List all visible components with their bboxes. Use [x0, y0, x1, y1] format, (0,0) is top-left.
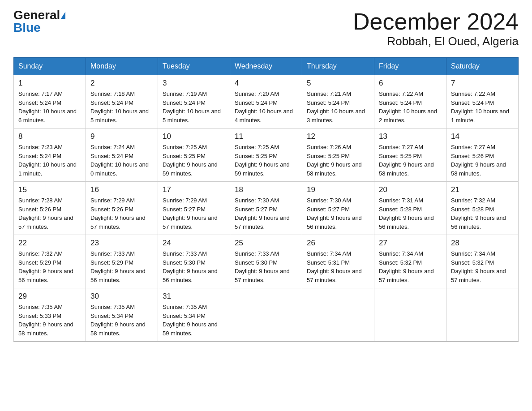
column-header-friday: Friday [374, 58, 446, 75]
calendar-cell: 17Sunrise: 7:29 AMSunset: 5:27 PMDayligh… [158, 182, 230, 235]
calendar-cell: 24Sunrise: 7:33 AMSunset: 5:30 PMDayligh… [158, 235, 230, 288]
logo-triangle-icon [61, 12, 65, 19]
calendar-cell [302, 288, 374, 342]
day-number: 28 [451, 239, 514, 248]
day-number: 27 [379, 239, 442, 248]
day-number: 17 [163, 185, 225, 194]
calendar-cell: 25Sunrise: 7:33 AMSunset: 5:30 PMDayligh… [230, 235, 302, 288]
calendar-cell: 12Sunrise: 7:26 AMSunset: 5:25 PMDayligh… [302, 128, 374, 182]
calendar-cell [230, 288, 302, 342]
logo-blue-text: Blue [13, 21, 41, 34]
calendar-cell: 22Sunrise: 7:32 AMSunset: 5:29 PMDayligh… [14, 235, 86, 288]
day-info: Sunrise: 7:30 AMSunset: 5:27 PMDaylight:… [307, 196, 369, 231]
day-info: Sunrise: 7:25 AMSunset: 5:25 PMDaylight:… [163, 143, 225, 178]
calendar-cell: 14Sunrise: 7:27 AMSunset: 5:26 PMDayligh… [446, 128, 519, 182]
calendar-header-row: SundayMondayTuesdayWednesdayThursdayFrid… [14, 58, 519, 75]
day-number: 8 [18, 132, 81, 141]
column-header-saturday: Saturday [446, 58, 519, 75]
day-number: 11 [235, 132, 297, 141]
column-header-monday: Monday [86, 58, 158, 75]
day-info: Sunrise: 7:33 AMSunset: 5:29 PMDaylight:… [90, 249, 153, 284]
day-info: Sunrise: 7:31 AMSunset: 5:28 PMDaylight:… [379, 196, 442, 231]
day-number: 16 [90, 185, 153, 194]
calendar-cell: 4Sunrise: 7:20 AMSunset: 5:24 PMDaylight… [230, 75, 302, 128]
day-number: 15 [18, 185, 81, 194]
day-info: Sunrise: 7:29 AMSunset: 5:27 PMDaylight:… [163, 196, 225, 231]
calendar-cell: 9Sunrise: 7:24 AMSunset: 5:24 PMDaylight… [86, 128, 158, 182]
calendar-cell: 27Sunrise: 7:34 AMSunset: 5:32 PMDayligh… [374, 235, 446, 288]
calendar-cell: 26Sunrise: 7:34 AMSunset: 5:31 PMDayligh… [302, 235, 374, 288]
calendar-cell: 11Sunrise: 7:25 AMSunset: 5:25 PMDayligh… [230, 128, 302, 182]
calendar-cell: 15Sunrise: 7:28 AMSunset: 5:26 PMDayligh… [14, 182, 86, 235]
location-title: Robbah, El Oued, Algeria [353, 34, 519, 48]
column-header-thursday: Thursday [302, 58, 374, 75]
calendar-cell: 28Sunrise: 7:34 AMSunset: 5:32 PMDayligh… [446, 235, 519, 288]
calendar-cell: 3Sunrise: 7:19 AMSunset: 5:24 PMDaylight… [158, 75, 230, 128]
day-info: Sunrise: 7:34 AMSunset: 5:31 PMDaylight:… [307, 249, 369, 284]
calendar-week-row: 8Sunrise: 7:23 AMSunset: 5:24 PMDaylight… [14, 128, 519, 182]
day-info: Sunrise: 7:18 AMSunset: 5:24 PMDaylight:… [90, 90, 153, 124]
day-info: Sunrise: 7:21 AMSunset: 5:24 PMDaylight:… [307, 90, 369, 124]
calendar-cell: 8Sunrise: 7:23 AMSunset: 5:24 PMDaylight… [14, 128, 86, 182]
calendar-cell: 13Sunrise: 7:27 AMSunset: 5:25 PMDayligh… [374, 128, 446, 182]
day-info: Sunrise: 7:27 AMSunset: 5:25 PMDaylight:… [379, 143, 442, 178]
day-number: 7 [451, 79, 514, 88]
day-info: Sunrise: 7:26 AMSunset: 5:25 PMDaylight:… [307, 143, 369, 178]
calendar-cell: 5Sunrise: 7:21 AMSunset: 5:24 PMDaylight… [302, 75, 374, 128]
calendar-cell: 16Sunrise: 7:29 AMSunset: 5:26 PMDayligh… [86, 182, 158, 235]
logo-general-text: General [13, 9, 60, 21]
day-info: Sunrise: 7:34 AMSunset: 5:32 PMDaylight:… [451, 249, 514, 284]
day-number: 19 [307, 185, 369, 194]
calendar-cell [446, 288, 519, 342]
column-header-wednesday: Wednesday [230, 58, 302, 75]
calendar-cell: 10Sunrise: 7:25 AMSunset: 5:25 PMDayligh… [158, 128, 230, 182]
day-number: 29 [18, 292, 81, 301]
title-block: December 2024 Robbah, El Oued, Algeria [353, 9, 519, 48]
calendar-cell: 18Sunrise: 7:30 AMSunset: 5:27 PMDayligh… [230, 182, 302, 235]
day-number: 3 [163, 79, 225, 88]
day-info: Sunrise: 7:35 AMSunset: 5:34 PMDaylight:… [163, 303, 225, 338]
day-info: Sunrise: 7:20 AMSunset: 5:24 PMDaylight:… [235, 90, 297, 124]
calendar-cell: 6Sunrise: 7:22 AMSunset: 5:24 PMDaylight… [374, 75, 446, 128]
day-info: Sunrise: 7:35 AMSunset: 5:33 PMDaylight:… [18, 303, 81, 338]
day-number: 26 [307, 239, 369, 248]
day-info: Sunrise: 7:29 AMSunset: 5:26 PMDaylight:… [90, 196, 153, 231]
calendar-week-row: 15Sunrise: 7:28 AMSunset: 5:26 PMDayligh… [14, 182, 519, 235]
day-number: 9 [90, 132, 153, 141]
day-info: Sunrise: 7:27 AMSunset: 5:26 PMDaylight:… [451, 143, 514, 178]
day-info: Sunrise: 7:33 AMSunset: 5:30 PMDaylight:… [163, 249, 225, 284]
day-number: 1 [18, 79, 81, 88]
day-number: 25 [235, 239, 297, 248]
day-info: Sunrise: 7:28 AMSunset: 5:26 PMDaylight:… [18, 196, 81, 231]
day-info: Sunrise: 7:22 AMSunset: 5:24 PMDaylight:… [451, 90, 514, 124]
day-number: 18 [235, 185, 297, 194]
day-number: 20 [379, 185, 442, 194]
day-number: 12 [307, 132, 369, 141]
day-number: 4 [235, 79, 297, 88]
day-number: 31 [163, 292, 225, 301]
day-number: 5 [307, 79, 369, 88]
day-info: Sunrise: 7:19 AMSunset: 5:24 PMDaylight:… [163, 90, 225, 124]
day-number: 2 [90, 79, 153, 88]
calendar-cell: 19Sunrise: 7:30 AMSunset: 5:27 PMDayligh… [302, 182, 374, 235]
calendar-table: SundayMondayTuesdayWednesdayThursdayFrid… [13, 57, 519, 342]
calendar-week-row: 22Sunrise: 7:32 AMSunset: 5:29 PMDayligh… [14, 235, 519, 288]
day-number: 10 [163, 132, 225, 141]
day-info: Sunrise: 7:24 AMSunset: 5:24 PMDaylight:… [90, 143, 153, 178]
day-number: 6 [379, 79, 442, 88]
calendar-cell: 31Sunrise: 7:35 AMSunset: 5:34 PMDayligh… [158, 288, 230, 342]
calendar-cell: 7Sunrise: 7:22 AMSunset: 5:24 PMDaylight… [446, 75, 519, 128]
page-header: General Blue December 2024 Robbah, El Ou… [13, 9, 519, 48]
day-info: Sunrise: 7:34 AMSunset: 5:32 PMDaylight:… [379, 249, 442, 284]
calendar-cell [374, 288, 446, 342]
day-info: Sunrise: 7:32 AMSunset: 5:29 PMDaylight:… [18, 249, 81, 284]
calendar-cell: 23Sunrise: 7:33 AMSunset: 5:29 PMDayligh… [86, 235, 158, 288]
calendar-cell: 21Sunrise: 7:32 AMSunset: 5:28 PMDayligh… [446, 182, 519, 235]
day-info: Sunrise: 7:33 AMSunset: 5:30 PMDaylight:… [235, 249, 297, 284]
calendar-cell: 30Sunrise: 7:35 AMSunset: 5:34 PMDayligh… [86, 288, 158, 342]
logo: General Blue [13, 9, 65, 34]
column-header-sunday: Sunday [14, 58, 86, 75]
day-info: Sunrise: 7:23 AMSunset: 5:24 PMDaylight:… [18, 143, 81, 178]
day-info: Sunrise: 7:25 AMSunset: 5:25 PMDaylight:… [235, 143, 297, 178]
month-title: December 2024 [353, 9, 519, 34]
